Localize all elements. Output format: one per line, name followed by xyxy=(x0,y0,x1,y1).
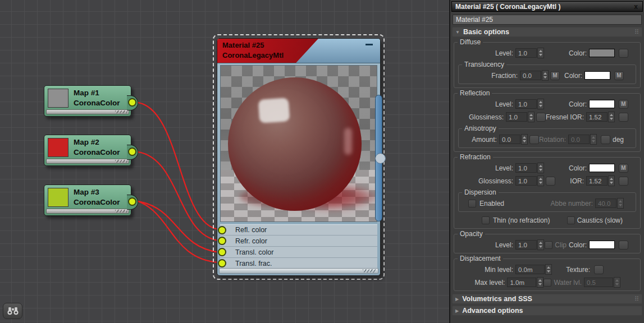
fraction-map-button[interactable]: M xyxy=(550,71,560,80)
opacity-map-button[interactable] xyxy=(619,241,628,250)
diffuse-map-button[interactable] xyxy=(619,49,628,58)
fresnel-ior-map-button[interactable] xyxy=(619,113,628,122)
dispersion-enabled-checkbox[interactable] xyxy=(468,200,476,207)
anisotropy-amount-map-button[interactable] xyxy=(529,135,539,144)
spinner-arrows-icon[interactable] xyxy=(537,239,544,250)
material-node-header[interactable]: Material #25 CoronaLegacyMtl xyxy=(217,39,380,63)
water-level-spinner[interactable]: 0.5 xyxy=(584,277,620,288)
spinner-arrows-icon[interactable] xyxy=(537,277,543,288)
spinner-arrows-icon[interactable] xyxy=(614,277,620,288)
transl-color-socket[interactable] xyxy=(218,248,226,256)
material-preview[interactable] xyxy=(220,65,377,222)
map2-color-swatch[interactable] xyxy=(48,138,68,157)
refraction-color-map-button[interactable]: M xyxy=(619,164,628,173)
map1-output-socket[interactable] xyxy=(128,98,136,107)
spinner-arrows-icon[interactable] xyxy=(537,99,544,109)
texture-map-button[interactable] xyxy=(594,265,604,274)
refraction-level-spinner[interactable]: 1.0 xyxy=(515,163,544,173)
rollout-volumetrics[interactable]: ▶ Volumetrics and SSS ⠿ xyxy=(452,294,642,304)
min-level-spinner[interactable]: 0.0m xyxy=(515,264,552,275)
diffuse-color-swatch[interactable] xyxy=(589,49,615,57)
close-icon[interactable]: x xyxy=(633,3,639,10)
fresnel-ior-label: Fresnel IOR: xyxy=(546,113,584,121)
translucency-color-swatch[interactable] xyxy=(584,71,610,80)
map1-resize-strip[interactable] xyxy=(46,109,129,114)
material-output-knob[interactable] xyxy=(375,153,386,164)
map3-output-socket[interactable] xyxy=(128,197,136,206)
slot-transl-color[interactable]: Transl. color xyxy=(220,247,377,258)
diffuse-group-label: Diffuse xyxy=(458,38,483,46)
material-node[interactable]: Material #25 CoronaLegacyMtl Refl. color… xyxy=(217,38,381,276)
rollout-basic-options[interactable]: ▼ Basic options ⠿ xyxy=(452,27,642,37)
spinner-arrows-icon[interactable] xyxy=(608,176,615,186)
opacity-level-spinner[interactable]: 1.0 xyxy=(515,239,544,250)
rotation-map-button[interactable] xyxy=(601,135,610,144)
rollout-advanced[interactable]: ▶ Advanced options xyxy=(452,306,642,316)
collapse-minus-icon[interactable] xyxy=(366,44,373,45)
map-node-1[interactable]: Map #1 CoronaColor xyxy=(44,85,131,117)
clip-checkbox[interactable] xyxy=(545,241,552,249)
diffuse-level-spinner[interactable]: 1.0 xyxy=(515,48,544,58)
map3-color-swatch[interactable] xyxy=(48,188,68,207)
fraction-spinner[interactable]: 0.0 xyxy=(520,70,549,81)
deg-label: deg xyxy=(613,136,624,144)
spinner-arrows-icon[interactable] xyxy=(537,48,544,58)
spinner-arrows-icon[interactable] xyxy=(528,112,535,122)
node-editor-canvas[interactable]: Map #1 CoronaColor Map #2 CoronaColor Ma… xyxy=(0,0,449,323)
material-name-input[interactable]: Material #25 xyxy=(453,15,642,25)
reflection-glossiness-spinner[interactable]: 1.0 xyxy=(506,112,535,122)
slot-transl-frac[interactable]: Transl. frac. xyxy=(220,258,377,269)
map2-resize-strip[interactable] xyxy=(46,159,129,164)
refr-color-socket[interactable] xyxy=(218,237,226,245)
anisotropy-amount-spinner[interactable]: 0.0 xyxy=(499,134,528,145)
panel-title-bar[interactable]: Material #25 ( CoronaLegacyMtl ) x xyxy=(451,1,643,12)
ior-spinner[interactable]: 1.52 xyxy=(586,176,615,186)
translucency-group: Translucency Fraction: 0.0 M Color: M xyxy=(458,64,636,84)
slot-refr-color[interactable]: Refr. color xyxy=(220,236,377,247)
map3-resize-strip[interactable] xyxy=(46,209,129,214)
reflection-color-swatch[interactable] xyxy=(589,100,615,108)
sphere-highlight xyxy=(258,98,290,123)
refl-color-socket[interactable] xyxy=(218,226,226,234)
spinner-arrows-icon[interactable] xyxy=(542,70,549,81)
material-resize-strip[interactable] xyxy=(219,268,378,274)
spinner-arrows-icon[interactable] xyxy=(617,198,624,209)
wire-map3-transl-frac[interactable] xyxy=(138,201,219,262)
water-level-checkbox[interactable] xyxy=(543,279,551,287)
max-level-spinner[interactable]: 1.0m xyxy=(507,277,543,288)
map-node-3[interactable]: Map #3 CoronaColor xyxy=(44,184,131,216)
caustics-checkbox[interactable] xyxy=(567,216,575,224)
map-node-2[interactable]: Map #2 CoronaColor xyxy=(44,135,131,166)
rotation-spinner[interactable]: 0.0 xyxy=(568,134,597,145)
abbe-number-spinner[interactable]: 40.0 xyxy=(595,198,624,209)
fresnel-ior-spinner[interactable]: 1.52 xyxy=(586,112,615,122)
opacity-color-swatch[interactable] xyxy=(589,241,615,249)
spinner-arrows-icon[interactable] xyxy=(590,134,597,145)
diffuse-group: Diffuse Level: 1.0 Color: Translucency F… xyxy=(454,42,641,88)
spinner-arrows-icon[interactable] xyxy=(521,134,528,145)
transl-frac-socket[interactable] xyxy=(218,259,226,267)
translucency-map-button[interactable]: M xyxy=(614,71,624,80)
refraction-glossiness-spinner[interactable]: 1.0 xyxy=(515,176,544,186)
map2-output-socket[interactable] xyxy=(128,147,136,156)
spinner-arrows-icon[interactable] xyxy=(545,264,552,275)
find-button[interactable] xyxy=(3,303,22,319)
spinner-arrows-icon[interactable] xyxy=(537,176,544,186)
preview-sphere xyxy=(228,77,362,211)
opacity-group: Opacity Level: 1.0 Clip Color: xyxy=(454,234,641,253)
ior-map-button[interactable] xyxy=(619,177,628,186)
thin-checkbox[interactable] xyxy=(482,216,490,224)
fraction-label: Fraction: xyxy=(464,72,518,80)
slot-label: Refl. color xyxy=(235,226,267,234)
wire-map1-refl-color[interactable] xyxy=(138,103,219,229)
map1-color-swatch[interactable] xyxy=(48,89,68,108)
reflection-level-spinner[interactable]: 1.0 xyxy=(515,99,544,109)
refraction-glossiness-map-button[interactable] xyxy=(546,177,555,186)
refraction-color-swatch[interactable] xyxy=(589,164,615,172)
slot-refl-color[interactable]: Refl. color xyxy=(220,224,377,236)
reflection-glossiness-map-button[interactable] xyxy=(536,113,546,122)
max-level-label: Max level: xyxy=(459,279,505,287)
reflection-color-map-button[interactable]: M xyxy=(619,100,628,109)
spinner-arrows-icon[interactable] xyxy=(608,112,615,122)
spinner-arrows-icon[interactable] xyxy=(537,163,544,173)
